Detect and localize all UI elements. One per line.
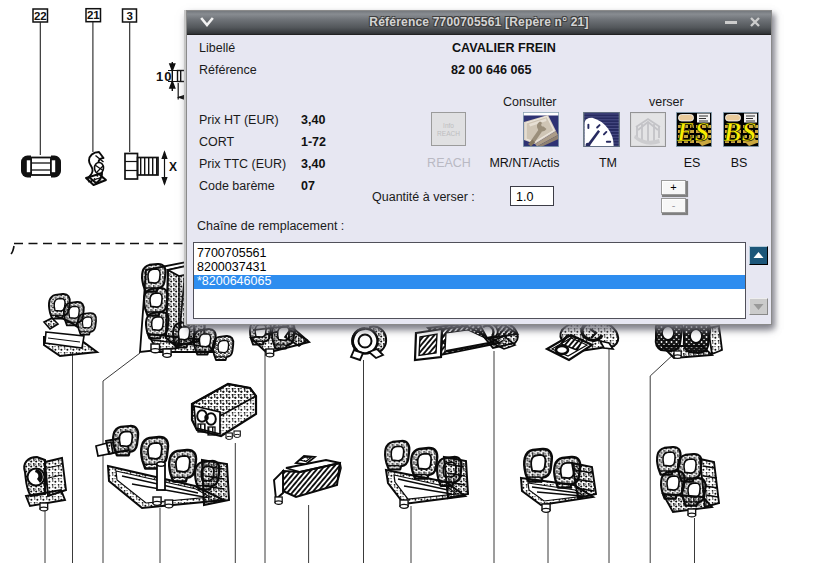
svg-text:21: 21	[87, 9, 100, 21]
svg-text:ES: ES	[676, 117, 710, 147]
svg-text:22: 22	[34, 10, 47, 22]
svg-text:BS: BS	[723, 117, 757, 147]
svg-text:X: X	[169, 160, 177, 174]
svg-text:3: 3	[126, 10, 132, 22]
